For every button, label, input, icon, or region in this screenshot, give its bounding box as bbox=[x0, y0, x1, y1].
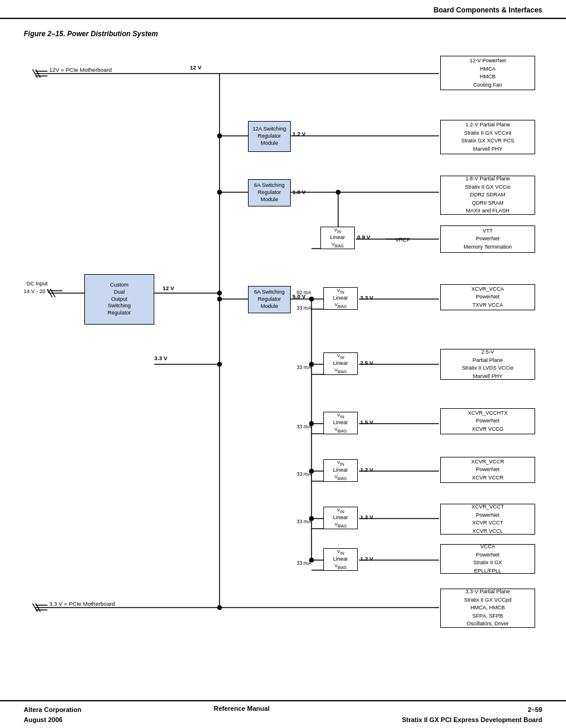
18v-out-label: 1.8 V bbox=[292, 189, 306, 195]
6a-switching-18-box: 6A SwitchingRegulatorModule bbox=[248, 179, 291, 206]
dc-input-label: DC Input14 V - 20 V bbox=[24, 280, 50, 295]
footer-page: 2–59 bbox=[528, 706, 542, 713]
12v-label: 12 V bbox=[190, 64, 202, 71]
footer-date: August 2006 bbox=[24, 716, 62, 723]
r4-box: VTTPowerNetMemory Termination bbox=[440, 225, 535, 253]
r8-box: XCVR_VCCRPowerNetXCVR VCCR bbox=[440, 457, 535, 483]
svg-line-4 bbox=[36, 69, 40, 78]
15v-linear-label: 1.5 V bbox=[360, 419, 373, 425]
33ma-1-label: 33 mA bbox=[297, 305, 311, 311]
33ma-2-label: 33 mA bbox=[297, 364, 311, 370]
12v-linear3-box: VIN Linear VBIAS bbox=[323, 548, 358, 571]
footer-center: Reference Manual bbox=[214, 705, 269, 712]
page-container: Board Components & Interfaces Figure 2–1… bbox=[0, 0, 566, 728]
svg-line-3 bbox=[33, 69, 37, 78]
footer-board: Stratix II GX PCI Express Development Bo… bbox=[402, 716, 542, 723]
r6-box: 2.5-VPartial PlaneStratix II LVDS VCCioM… bbox=[440, 349, 535, 380]
footer-left: Altera Corporation August 2006 bbox=[24, 705, 81, 724]
92ma-label: 92 mA bbox=[297, 290, 311, 295]
footer-company: Altera Corporation bbox=[24, 706, 81, 713]
svg-line-38 bbox=[50, 289, 55, 297]
svg-point-9 bbox=[217, 133, 222, 138]
12v-linear3-label: 1.2 V bbox=[360, 555, 373, 562]
header-title: Board Components & Interfaces bbox=[434, 6, 542, 14]
12v-linear2-label: 1.2 V bbox=[360, 514, 373, 520]
09v-label: 0.9 V bbox=[357, 234, 370, 240]
33ma-5-label: 33 mA bbox=[297, 519, 311, 524]
33v-linear-label: 3.3 V bbox=[360, 294, 373, 301]
r1-box: 12-V PowerNetHMCAHMCBCooling Fan bbox=[440, 56, 535, 90]
vref-label: VREF bbox=[395, 236, 410, 243]
svg-point-62 bbox=[217, 605, 222, 610]
svg-point-27 bbox=[217, 362, 222, 367]
25v-linear-box: VIN Linear VBIAS bbox=[323, 352, 358, 375]
r5-box: XCVR_VCCAPowerNetTXVR VCCA bbox=[440, 284, 535, 310]
svg-line-32 bbox=[33, 603, 37, 612]
header: Board Components & Interfaces bbox=[0, 0, 566, 19]
custom-dual-box: CustomDualOutputSwitchingRegulator bbox=[84, 274, 154, 325]
r7-box: XCVR_VCCHTXPowerNetXCVR VCCG bbox=[440, 408, 535, 434]
svg-line-33 bbox=[36, 603, 40, 612]
15v-linear-box: VIN Linear VBIAS bbox=[323, 412, 358, 434]
12v-linear1-label: 1.2 V bbox=[360, 466, 373, 473]
12v-linear1-box: VIN Linear VBIAS bbox=[323, 459, 358, 482]
r3-box: 1.8-V Partial PlaneStratix II GX VCCioDD… bbox=[440, 176, 535, 215]
12v-custom-output: 12 V bbox=[163, 285, 174, 291]
12a-switching-box: 12A SwitchingRegulatorModule bbox=[248, 121, 291, 152]
svg-point-17 bbox=[336, 190, 341, 195]
pcie-33v-label: 3.3 V = PCIe Motherboard bbox=[49, 600, 115, 607]
r11-box: 3.3-V Partial PlaneStratix II GX VCCpdHM… bbox=[440, 589, 535, 628]
33v-linear-box: VIN Linear VBIAS bbox=[323, 287, 358, 310]
12v-linear2-box: VIN Linear VBIAS bbox=[323, 507, 358, 529]
6a-switching-50-box: 6A SwitchingRegulatorModule bbox=[248, 286, 291, 313]
12v-out-label: 1.2 V bbox=[292, 131, 306, 137]
r10-box: VCCAPowerNetStratix II GXEPLL/FPLL bbox=[440, 544, 535, 574]
r2-box: 1.2-V Partial PlaneStratix II GX VCCintS… bbox=[440, 120, 535, 154]
vtt-linear-box: VIN Linear VBIAS bbox=[320, 227, 355, 249]
33ma-4-label: 33 mA bbox=[297, 471, 311, 477]
33ma-3-label: 33 mA bbox=[297, 424, 311, 430]
diagram-area: 12V = PCIe Motherboard 12 V DC Input14 V… bbox=[18, 44, 548, 667]
figure-title: Figure 2–15. Power Distribution System bbox=[24, 30, 542, 38]
footer-right: 2–59 Stratix II GX PCI Express Developme… bbox=[402, 705, 542, 724]
footer: Altera Corporation August 2006 Reference… bbox=[0, 700, 566, 728]
footer-doc-type: Reference Manual bbox=[214, 705, 269, 712]
25v-linear-label: 2.5 V bbox=[360, 360, 373, 366]
svg-point-43 bbox=[309, 297, 314, 301]
r9-box: XCVR_VCCTPowerNetXCVR VCCTXCVR VCCL bbox=[440, 504, 535, 535]
svg-point-22 bbox=[217, 297, 222, 301]
33v-output-label: 3.3 V bbox=[154, 355, 167, 361]
pcie-12v-label: 12V = PCIe Motherboard bbox=[49, 66, 112, 73]
svg-point-13 bbox=[217, 190, 222, 195]
33ma-6-label: 33 mA bbox=[297, 560, 311, 566]
svg-point-42 bbox=[217, 291, 222, 295]
